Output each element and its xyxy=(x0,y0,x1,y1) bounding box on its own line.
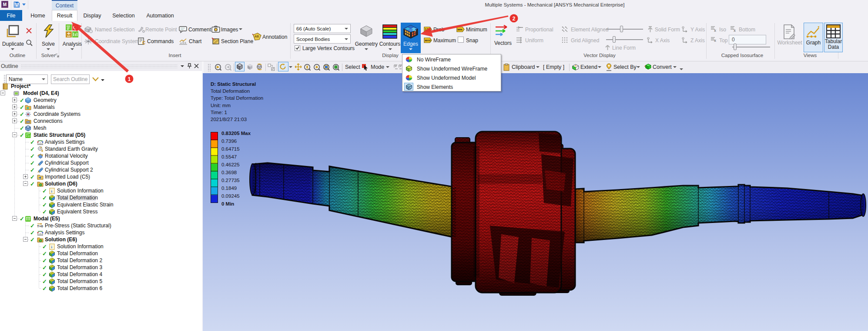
svg-text:MIN: MIN xyxy=(458,28,462,31)
svg-text:x: x xyxy=(734,28,736,33)
svg-text:MAX: MAX xyxy=(425,39,431,42)
svg-text:AB: AB xyxy=(255,35,259,38)
svg-text:x: x xyxy=(714,38,716,43)
svg-text:T=0: T=0 xyxy=(37,224,44,228)
svg-text:C: C xyxy=(142,41,145,45)
svg-text:x: x xyxy=(714,28,716,33)
svg-text:123: 123 xyxy=(425,28,430,31)
